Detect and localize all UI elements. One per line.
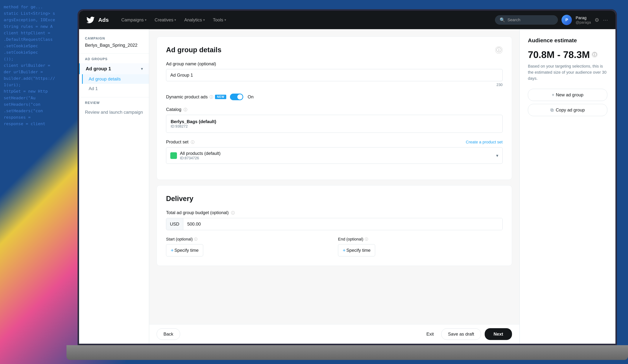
dynamic-ads-toggle[interactable] bbox=[230, 94, 243, 100]
sidebar-item-ad-group-details[interactable]: Ad group details bbox=[82, 74, 149, 84]
dynamic-ads-label: Dynamic product ads ⓘ NEW bbox=[166, 94, 226, 100]
char-count: 230 bbox=[166, 83, 503, 87]
next-button[interactable]: Next bbox=[485, 328, 512, 340]
user-handle: @paraga bbox=[576, 20, 591, 25]
ad-group-1-chevron: ▾ bbox=[141, 66, 143, 71]
ad-group-name-group: Ad group name (optional) 230 bbox=[166, 61, 503, 87]
navbar: Ads Campaigns ▾ Creatives ▾ Analytics ▾ bbox=[79, 11, 616, 29]
catalog-box: Berlys_Bags (default) ID:938272 bbox=[166, 115, 503, 133]
product-set-dropdown[interactable]: All products (default) ID:8734726 ▾ bbox=[166, 147, 503, 164]
copy-icon: ⧉ bbox=[550, 107, 553, 113]
ad-group-sub-items: Ad group details Ad 1 bbox=[79, 74, 149, 93]
create-product-set-link[interactable]: Create a product set bbox=[466, 140, 503, 144]
more-icon[interactable]: ⋯ bbox=[603, 17, 608, 23]
product-icon bbox=[170, 152, 177, 159]
search-icon: 🔍 bbox=[500, 17, 505, 22]
budget-input-group: USD bbox=[166, 218, 503, 230]
catalog-group: Catalog ⓘ Berlys_Bags (default) ID:93827… bbox=[166, 107, 503, 133]
toggle-state-label: On bbox=[248, 94, 254, 100]
currency-label: USD bbox=[166, 218, 183, 230]
dynamic-ads-row: Dynamic product ads ⓘ NEW On bbox=[166, 94, 503, 100]
sidebar-item-review[interactable]: Review and launch campaign bbox=[79, 107, 149, 118]
card-info-icon[interactable]: ⓘ bbox=[495, 46, 503, 54]
delivery-card-header: Delivery bbox=[166, 195, 503, 203]
tools-chevron: ▾ bbox=[225, 18, 226, 22]
gear-icon[interactable]: ⚙ bbox=[595, 17, 599, 23]
navbar-right: 🔍 Search P Parag @paraga ⚙ ⋯ bbox=[495, 15, 608, 25]
nav-items: Campaigns ▾ Creatives ▾ Analytics ▾ Tool… bbox=[118, 15, 495, 24]
product-set-left: All products (default) ID:8734726 bbox=[170, 151, 221, 160]
start-label: Start (optional) ⓘ bbox=[166, 237, 331, 242]
card-title: Ad group details bbox=[166, 46, 222, 54]
laptop-screen: Ads Campaigns ▾ Creatives ▾ Analytics ▾ bbox=[78, 9, 617, 345]
copy-ad-group-button[interactable]: ⧉ Copy ad group bbox=[528, 104, 607, 116]
footer-bar: Back Exit Save as draft Next bbox=[149, 324, 519, 344]
copy-ad-group-label: Copy ad group bbox=[556, 107, 585, 113]
review-section: REVIEW Review and launch campaign bbox=[79, 97, 149, 118]
creatives-nav[interactable]: Creatives ▾ bbox=[151, 15, 179, 24]
start-time-group: Start (optional) ⓘ + Specify time bbox=[166, 237, 331, 256]
time-section: Start (optional) ⓘ + Specify time bbox=[166, 237, 503, 256]
delivery-card: Delivery Total ad group budget (optional… bbox=[157, 185, 512, 266]
exit-button[interactable]: Exit bbox=[423, 329, 438, 340]
delivery-title: Delivery bbox=[166, 195, 193, 203]
product-name: All products (default) bbox=[180, 151, 221, 156]
audience-actions: + New ad group ⧉ Copy ad group bbox=[528, 89, 607, 116]
review-section-label: REVIEW bbox=[79, 101, 149, 107]
product-id: ID:8734726 bbox=[180, 156, 221, 160]
tools-nav[interactable]: Tools ▾ bbox=[210, 15, 230, 24]
sidebar-item-ad-1[interactable]: Ad 1 bbox=[82, 84, 149, 93]
catalog-id: ID:938272 bbox=[171, 124, 498, 128]
ad-groups-label: AD GROUPS bbox=[79, 57, 149, 63]
budget-label: Total ad group budget (optional) ⓘ bbox=[166, 210, 503, 215]
plus-icon: + bbox=[552, 92, 554, 97]
new-ad-group-button[interactable]: + New ad group bbox=[528, 89, 607, 101]
user-info: Parag @paraga bbox=[576, 15, 591, 25]
user-name: Parag bbox=[576, 15, 591, 20]
audience-panel: Audience estimate 70.8M - 78.3M ⓘ Based … bbox=[519, 29, 616, 344]
app-interface: Ads Campaigns ▾ Creatives ▾ Analytics ▾ bbox=[79, 11, 616, 344]
product-set-group: Product set ⓘ Create a product set bbox=[166, 139, 503, 164]
specify-time-start-button[interactable]: + Specify time bbox=[166, 244, 203, 256]
back-button[interactable]: Back bbox=[157, 328, 180, 340]
ads-label: Ads bbox=[98, 17, 109, 23]
ad-group-name-label: Ad group name (optional) bbox=[166, 61, 503, 66]
budget-group: Total ad group budget (optional) ⓘ USD bbox=[166, 210, 503, 230]
analytics-chevron: ▾ bbox=[203, 18, 205, 22]
audience-description: Based on your targeting selections, this… bbox=[528, 63, 607, 81]
info-icon-dynamic: ⓘ bbox=[209, 95, 213, 100]
new-badge: NEW bbox=[215, 95, 226, 99]
analytics-nav[interactable]: Analytics ▾ bbox=[181, 15, 208, 24]
card-header: Ad group details ⓘ bbox=[166, 46, 503, 54]
budget-input[interactable] bbox=[183, 218, 502, 230]
ad-group-1-header[interactable]: Ad group 1 ▾ bbox=[79, 63, 149, 74]
campaigns-chevron: ▾ bbox=[145, 18, 147, 22]
campaign-section-label: CAMPAIGN bbox=[79, 37, 149, 43]
save-draft-button[interactable]: Save as draft bbox=[441, 328, 481, 340]
new-ad-group-label: New ad group bbox=[556, 92, 583, 97]
ad-group-name-input[interactable] bbox=[166, 69, 503, 81]
ad-group-details-card: Ad group details ⓘ Ad group name (option… bbox=[157, 37, 512, 180]
audience-info-icon[interactable]: ⓘ bbox=[592, 52, 598, 58]
end-time-group: End (optional) ⓘ + Specify time bbox=[338, 237, 503, 256]
avatar: P bbox=[561, 15, 572, 25]
product-set-chevron: ▾ bbox=[496, 153, 498, 158]
right-area: Ad group details ⓘ Ad group name (option… bbox=[149, 29, 616, 344]
ad-group-1: Ad group 1 ▾ Ad group details Ad 1 bbox=[79, 63, 149, 93]
creatives-chevron: ▾ bbox=[174, 18, 176, 22]
search-box[interactable]: 🔍 Search bbox=[495, 15, 558, 25]
audience-title: Audience estimate bbox=[528, 37, 607, 44]
twitter-logo bbox=[86, 16, 94, 24]
start-info-icon: ⓘ bbox=[194, 237, 197, 242]
campaigns-nav[interactable]: Campaigns ▾ bbox=[118, 15, 150, 24]
ad-group-1-name: Ad group 1 bbox=[86, 66, 111, 72]
sidebar: CAMPAIGN Berlys_Bags_Spring_2022 AD GROU… bbox=[79, 29, 149, 344]
product-info: All products (default) ID:8734726 bbox=[180, 151, 221, 160]
toggle-knob bbox=[237, 94, 242, 100]
search-placeholder: Search bbox=[507, 17, 520, 22]
laptop-base: MacBook Pro bbox=[67, 345, 628, 360]
audience-range: 70.8M - 78.3M ⓘ bbox=[528, 49, 607, 60]
specify-time-end-button[interactable]: + Specify time bbox=[338, 244, 375, 256]
main-content: CAMPAIGN Berlys_Bags_Spring_2022 AD GROU… bbox=[79, 29, 616, 344]
specify-time-start-label: Specify time bbox=[174, 248, 199, 253]
